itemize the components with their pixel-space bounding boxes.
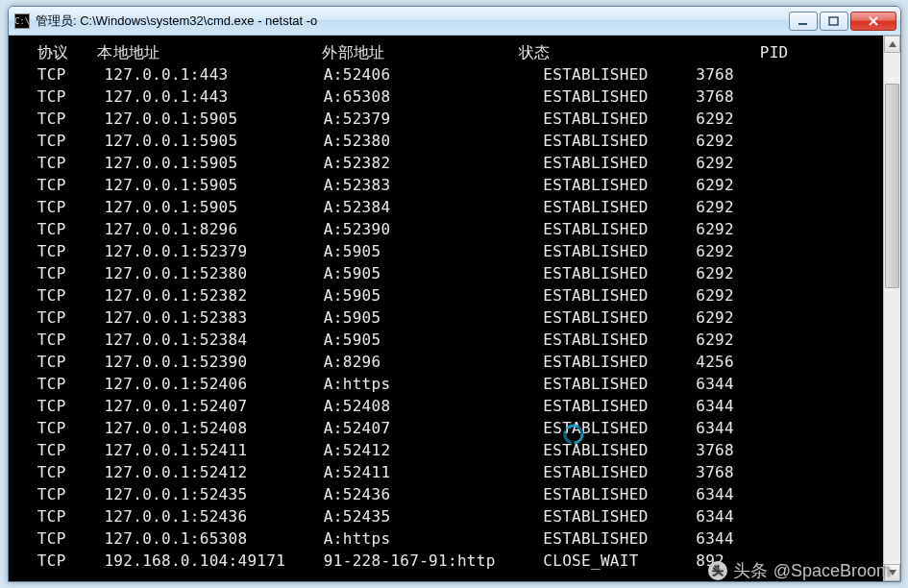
watermark: 头 头条 @SpaceBroom xyxy=(708,559,891,582)
svg-rect-1 xyxy=(829,17,838,25)
maximize-button[interactable] xyxy=(820,12,848,31)
scroll-up-button[interactable] xyxy=(884,36,900,53)
watermark-handle: @SpaceBroom xyxy=(773,561,891,581)
watermark-icon: 头 xyxy=(708,561,727,580)
cmd-window: C:\ 管理员: C:\Windows\system32\cmd.exe - n… xyxy=(8,6,901,582)
terminal-output[interactable]: 协议 本地地址 外部地址 状态 PID TCP 127.0.0.1:443 A:… xyxy=(9,36,883,581)
client-area: 协议 本地地址 外部地址 状态 PID TCP 127.0.0.1:443 A:… xyxy=(9,36,900,581)
cmd-icon: C:\ xyxy=(14,13,30,29)
watermark-prefix: 头条 xyxy=(733,559,768,582)
close-button[interactable] xyxy=(850,12,896,31)
vertical-scrollbar[interactable] xyxy=(883,36,900,581)
svg-rect-0 xyxy=(798,23,807,25)
minimize-button[interactable] xyxy=(789,12,818,31)
window-title: 管理员: C:\Windows\system32\cmd.exe - netst… xyxy=(36,12,789,30)
titlebar[interactable]: C:\ 管理员: C:\Windows\system32\cmd.exe - n… xyxy=(9,7,900,36)
window-controls xyxy=(789,12,896,31)
busy-cursor-icon xyxy=(561,422,586,447)
scroll-thumb[interactable] xyxy=(885,84,899,288)
scroll-track[interactable] xyxy=(884,53,900,564)
